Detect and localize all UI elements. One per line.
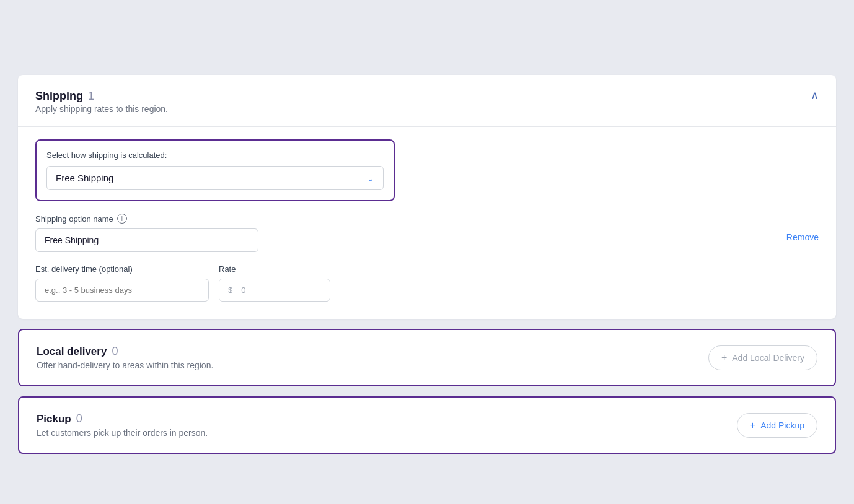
rate-group: Rate $ 0 (219, 264, 330, 302)
shipping-title-row: Shipping 1 (35, 90, 168, 103)
info-icon[interactable]: i (117, 214, 127, 224)
local-delivery-info: Local delivery 0 Offer hand-delivery to … (37, 345, 213, 370)
option-name-label: Shipping option name (35, 214, 113, 224)
option-name-input[interactable] (35, 228, 258, 252)
shipping-count: 1 (88, 90, 94, 103)
add-pickup-label: Add Pickup (760, 420, 804, 430)
add-local-delivery-button[interactable]: + Add Local Delivery (708, 345, 817, 370)
dropdown-chevron-icon: ⌄ (367, 173, 374, 183)
delivery-time-input[interactable] (35, 279, 209, 302)
pickup-title-row: Pickup 0 (37, 412, 208, 425)
local-delivery-count: 0 (112, 345, 118, 358)
pickup-title: Pickup (37, 413, 71, 425)
main-wrapper: Shipping 1 Apply shipping rates to this … (18, 75, 836, 454)
delivery-time-group: Est. delivery time (optional) (35, 264, 209, 302)
add-pickup-plus-icon: + (750, 420, 755, 431)
rate-fields-row: Est. delivery time (optional) Rate $ 0 (35, 264, 819, 302)
shipping-title: Shipping (35, 90, 83, 103)
page-container: Shipping 1 Apply shipping rates to this … (12, 12, 842, 504)
shipping-title-group: Shipping 1 Apply shipping rates to this … (35, 90, 168, 114)
add-local-delivery-label: Add Local Delivery (732, 353, 804, 363)
pickup-info: Pickup 0 Let customers pick up their ord… (37, 412, 208, 438)
select-label: Select how shipping is calculated: (46, 150, 384, 160)
shipping-calculation-container: Select how shipping is calculated: Free … (35, 139, 395, 201)
rate-label: Rate (219, 264, 330, 274)
rate-input-wrapper: $ 0 (219, 279, 330, 302)
section-divider (18, 126, 836, 127)
pickup-subtitle: Let customers pick up their orders in pe… (37, 428, 208, 438)
dropdown-selected-value: Free Shipping (56, 173, 113, 183)
add-local-delivery-plus-icon: + (721, 352, 727, 363)
remove-link[interactable]: Remove (786, 232, 819, 242)
option-name-field: Shipping option name i (35, 214, 786, 252)
rate-value: 0 (239, 279, 330, 301)
local-delivery-subtitle: Offer hand-delivery to areas within this… (37, 360, 213, 370)
rate-prefix: $ (219, 279, 239, 301)
local-delivery-title: Local delivery (37, 345, 107, 358)
pickup-count: 0 (76, 412, 82, 425)
option-name-row: Shipping option name i Remove (35, 214, 819, 252)
shipping-type-dropdown[interactable]: Free Shipping ⌄ (46, 166, 384, 190)
add-pickup-button[interactable]: + Add Pickup (737, 413, 817, 438)
collapse-icon[interactable]: ∧ (811, 90, 819, 101)
local-delivery-section: Local delivery 0 Offer hand-delivery to … (18, 329, 836, 386)
pickup-section: Pickup 0 Let customers pick up their ord… (18, 396, 836, 454)
shipping-header: Shipping 1 Apply shipping rates to this … (35, 90, 819, 114)
shipping-subtitle: Apply shipping rates to this region. (35, 104, 168, 114)
shipping-section: Shipping 1 Apply shipping rates to this … (18, 75, 836, 319)
local-delivery-title-row: Local delivery 0 (37, 345, 213, 358)
delivery-time-label: Est. delivery time (optional) (35, 264, 209, 274)
option-name-label-row: Shipping option name i (35, 214, 786, 224)
